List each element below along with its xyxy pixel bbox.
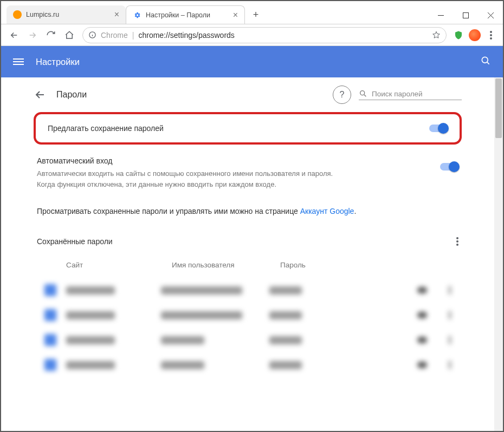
window-controls: [428, 6, 503, 24]
svg-point-2: [490, 31, 492, 33]
forward-button[interactable]: [24, 27, 41, 44]
browser-menu-button[interactable]: [483, 28, 499, 43]
auto-signin-desc: Автоматически входить на сайты с помощью…: [37, 168, 340, 189]
close-icon[interactable]: ×: [114, 10, 119, 19]
home-button[interactable]: [61, 27, 78, 44]
password-columns: Сайт Имя пользователя Пароль: [34, 256, 462, 278]
auto-signin-title: Автоматический вход: [37, 156, 340, 165]
offer-save-passwords-row: Предлагать сохранение паролей: [38, 116, 457, 140]
svg-rect-0: [463, 12, 468, 18]
reload-button[interactable]: [42, 27, 60, 44]
tab-settings-passwords[interactable]: Настройки – Пароли ×: [126, 5, 245, 24]
search-placeholder: Поиск паролей: [372, 90, 423, 98]
password-row[interactable]: [34, 328, 462, 352]
browser-toolbar: Chrome | chrome://settings/passwords: [1, 24, 503, 46]
saved-passwords-title: Сохранённые пароли: [37, 237, 113, 246]
col-user: Имя пользователя: [172, 261, 280, 269]
search-icon: [359, 89, 367, 98]
highlight-box: Предлагать сохранение паролей: [34, 112, 462, 145]
close-button[interactable]: [478, 6, 503, 24]
scrollbar[interactable]: [494, 77, 503, 432]
settings-page: Пароли ? Поиск паролей Предлагать сохран…: [1, 77, 503, 432]
bookmark-star-icon[interactable]: [432, 31, 441, 40]
favicon-icon: [13, 10, 22, 19]
settings-search-button[interactable]: [480, 55, 491, 68]
settings-title: Настройки: [36, 57, 80, 67]
svg-point-5: [482, 57, 488, 63]
google-account-link[interactable]: Аккаунт Google: [300, 207, 354, 215]
extension-shield-icon[interactable]: [451, 28, 466, 43]
menu-icon[interactable]: [13, 57, 24, 67]
url-text: chrome://settings/passwords: [138, 31, 234, 40]
svg-point-4: [490, 37, 492, 40]
auto-signin-row: Автоматический вход Автоматически входит…: [34, 151, 462, 199]
password-row[interactable]: [34, 352, 462, 377]
offer-save-toggle[interactable]: [429, 125, 448, 132]
info-icon: [88, 31, 96, 39]
password-row[interactable]: [34, 303, 462, 328]
svg-point-3: [490, 34, 492, 36]
url-scheme: Chrome: [101, 31, 128, 40]
auto-signin-toggle[interactable]: [440, 163, 458, 171]
more-icon[interactable]: [456, 236, 458, 247]
page-title: Пароли: [56, 90, 87, 100]
minimize-button[interactable]: [428, 6, 453, 24]
tab-title: Настройки – Пароли: [146, 11, 210, 19]
password-row[interactable]: [34, 278, 462, 303]
tab-lumpics[interactable]: Lumpics.ru ×: [7, 5, 126, 24]
subheader: Пароли ? Поиск паролей: [34, 77, 462, 112]
favicon-icon: [133, 11, 141, 19]
settings-header: Настройки: [1, 46, 503, 77]
col-pass: Пароль: [280, 261, 356, 269]
back-arrow-icon[interactable]: [34, 88, 47, 101]
new-tab-button[interactable]: +: [248, 7, 263, 22]
tab-strip: Lumpics.ru × Настройки – Пароли × +: [1, 1, 428, 24]
manage-passwords-text: Просматривать сохраненные пароли и управ…: [34, 199, 462, 227]
close-icon[interactable]: ×: [233, 11, 238, 19]
profile-avatar[interactable]: [467, 28, 482, 43]
offer-save-label: Предлагать сохранение паролей: [48, 124, 164, 133]
col-site: Сайт: [66, 261, 172, 269]
maximize-button[interactable]: [453, 6, 478, 24]
svg-point-6: [360, 91, 365, 95]
password-search-input[interactable]: Поиск паролей: [359, 89, 462, 100]
address-bar[interactable]: Chrome | chrome://settings/passwords: [82, 27, 447, 43]
scroll-thumb[interactable]: [495, 78, 502, 138]
titlebar: Lumpics.ru × Настройки – Пароли × +: [1, 1, 503, 24]
help-icon[interactable]: ?: [333, 86, 351, 104]
saved-passwords-header: Сохранённые пароли: [34, 227, 462, 256]
url-separator: |: [132, 31, 134, 40]
back-button[interactable]: [5, 27, 23, 44]
tab-title: Lumpics.ru: [26, 11, 59, 18]
browser-window: Lumpics.ru × Настройки – Пароли × +: [0, 0, 504, 432]
auto-signin-text: Автоматический вход Автоматически входит…: [37, 156, 340, 189]
